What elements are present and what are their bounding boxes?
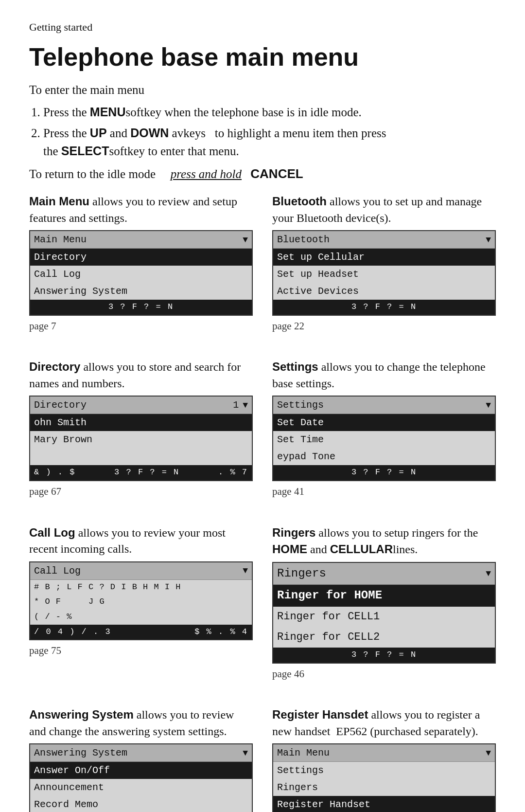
screen-row-john-smith: ohn Smith <box>30 414 252 431</box>
screen-row-setup-headset: Set up Headset <box>273 266 495 283</box>
bluetooth-bold: Bluetooth <box>272 195 327 208</box>
screen-row-register-ringers: Ringers <box>273 779 495 796</box>
directory-screen: Directory 1▼ ohn Smith Mary Brown & ) . … <box>29 396 253 481</box>
section-call-log: Call Log allows you to review your most … <box>29 524 253 688</box>
section-register-handset: Register Hansdet allows you to register … <box>272 706 496 812</box>
screen-header-ringers: Ringers ▼ <box>273 563 495 585</box>
screen-row-ringer-cell1: Ringer for CELL1 <box>273 607 495 627</box>
screen-row-empty <box>30 448 252 465</box>
return-line: To return to the idle mode press and hol… <box>29 165 496 183</box>
screen-row-active-devices: Active Devices <box>273 283 495 300</box>
section-ringers: Ringers allows you to setup ringers for … <box>272 524 496 688</box>
screen-header-register: Main Menu ▼ <box>273 744 495 762</box>
getting-started-label: Getting started <box>29 19 496 35</box>
screen-status-ringers: 3 ? F ? = N <box>273 648 495 663</box>
screen-row-record-memo: Record Memo <box>30 796 252 812</box>
section-main-menu: Main Menu allows you to review and setup… <box>29 193 253 340</box>
screen-row-directory: Directory <box>30 249 252 266</box>
cellular-keyword: CELLULAR <box>330 542 393 556</box>
screen-row-answering: Answering System <box>30 283 252 300</box>
home-keyword: HOME <box>272 542 307 556</box>
screen-row-calllog-3: ( / - % <box>30 610 252 625</box>
screen-row-register-settings: Settings <box>273 762 495 779</box>
screen-row-keypad-tone: eypad Tone <box>273 448 495 465</box>
bluetooth-screen: Bluetooth ▼ Set up Cellular Set up Heads… <box>272 230 496 316</box>
screen-row-calllog-1: # B ; L F C ? D I B H M I H <box>30 580 252 595</box>
screen-row-calllog-2: * O F J G <box>30 595 252 610</box>
section-answering-system: Answering System allows you to review an… <box>29 706 253 812</box>
main-menu-bold: Main Menu <box>29 195 89 208</box>
screen-header-directory: Directory 1▼ <box>30 397 252 414</box>
screen-row-set-date: Set Date <box>273 414 495 431</box>
up-keyword: UP <box>90 126 107 140</box>
page-ref-ringers: page 46 <box>272 667 496 681</box>
step-1: 1. Press the MENUsoftkey when the teleph… <box>31 103 496 121</box>
section-directory: Directory allows you to store and search… <box>29 359 253 505</box>
screen-row-mary-brown: Mary Brown <box>30 431 252 448</box>
settings-bold: Settings <box>272 360 318 373</box>
screen-row-answer-onoff: Answer On/Off <box>30 762 252 779</box>
screen-status-settings: 3 ? F ? = N <box>273 465 495 480</box>
return-prefix: To return to the idle mode <box>29 165 156 183</box>
screen-row-register-handset: Register Handset <box>273 796 495 812</box>
screen-row-set-time: Set Time <box>273 431 495 448</box>
directory-bold: Directory <box>29 360 80 373</box>
page-ref-main-menu: page 7 <box>29 319 253 333</box>
screen-status-directory: & ) . $ 3 ? F ? = N . % 7 <box>30 465 252 480</box>
screen-status-calllog: / 0 4 ) / . 3 $ % . % 4 <box>30 625 252 640</box>
menu-keyword: MENU <box>90 105 126 119</box>
screen-row-setup-cellular: Set up Cellular <box>273 249 495 266</box>
register-screen: Main Menu ▼ Settings Ringers Register Ha… <box>272 743 496 812</box>
screen-header-settings: Settings ▼ <box>273 397 495 414</box>
screen-status-bluetooth: 3 ? F ? = N <box>273 300 495 315</box>
step-2: 2. Press the UP and DOWN avkeys to highl… <box>31 124 496 161</box>
answering-screen: Answering System ▼ Answer On/Off Announc… <box>29 743 253 812</box>
sections-grid: Main Menu allows you to review and setup… <box>29 193 496 812</box>
select-keyword: SELECT <box>61 144 109 158</box>
screen-row-ringer-cell2: Ringer for CELL2 <box>273 627 495 648</box>
screen-header-calllog: Call Log ▼ <box>30 562 252 580</box>
screen-header-bluetooth: Bluetooth ▼ <box>273 231 495 249</box>
screen-row-ringer-home: Ringer for HOME <box>273 585 495 607</box>
answering-bold: Answering System <box>29 708 134 721</box>
down-keyword: DOWN <box>130 126 169 140</box>
section-settings: Settings allows you to change the teleph… <box>272 359 496 505</box>
ringers-bold: Ringers <box>272 526 315 539</box>
section-bluetooth: Bluetooth allows you to set up and manag… <box>272 193 496 340</box>
screen-status-main-menu: 3 ? F ? = N <box>30 300 252 315</box>
main-menu-screen: Main Menu ▼ Directory Call Log Answering… <box>29 230 253 316</box>
cancel-label: CANCEL <box>250 165 303 183</box>
screen-header-answering: Answering System ▼ <box>30 744 252 762</box>
intro-text: To enter the main menu <box>29 81 496 99</box>
calllog-bold: Call Log <box>29 526 75 539</box>
page-ref-calllog: page 75 <box>29 643 253 658</box>
press-hold-text: press and hold <box>171 165 242 183</box>
page-ref-bluetooth: page 22 <box>272 319 496 333</box>
screen-row-announcement: Announcement <box>30 779 252 796</box>
ringers-screen: Ringers ▼ Ringer for HOME Ringer for CEL… <box>272 562 496 664</box>
calllog-screen: Call Log ▼ # B ; L F C ? D I B H M I H *… <box>29 561 253 641</box>
register-bold: Register Hansdet <box>272 708 368 721</box>
settings-screen: Settings ▼ Set Date Set Time eypad Tone … <box>272 396 496 481</box>
page-ref-directory: page 67 <box>29 484 253 499</box>
screen-header-main-menu: Main Menu ▼ <box>30 231 252 249</box>
page-ref-settings: page 41 <box>272 484 496 499</box>
page-title: Telephone base main menu <box>29 39 496 75</box>
screen-row-calllog: Call Log <box>30 266 252 283</box>
